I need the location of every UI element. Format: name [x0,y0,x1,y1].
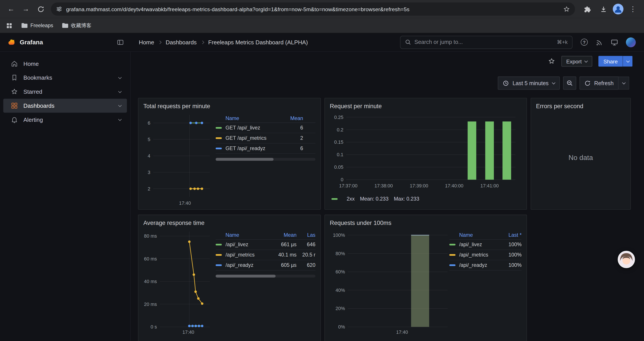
news-rss-icon[interactable] [596,38,603,46]
chevron-down-icon[interactable] [118,89,122,93]
legend-header-name[interactable]: Name [226,232,270,238]
share-menu-button[interactable] [623,56,632,67]
extensions-button[interactable] [580,2,594,16]
series-name[interactable]: /api/_readyz [226,262,270,268]
time-range-label: Last 5 minutes [512,80,549,86]
chevron-down-icon[interactable] [118,117,122,121]
legend-header-name[interactable]: Name [226,115,287,121]
series-swatch[interactable] [449,264,456,266]
legend-row[interactable]: GET /api/_metrics 2 [216,133,316,144]
forward-button[interactable]: → [19,2,33,16]
series-swatch[interactable] [449,244,456,245]
search-input[interactable] [414,39,554,45]
sidebar-item-alerting[interactable]: Alerting [3,113,127,127]
browser-menu-button[interactable]: ⋮ [626,2,640,16]
panel-title[interactable]: Request per minute [330,101,522,112]
browser-actions: ⋮ [580,2,640,16]
legend-row[interactable]: /api/_livez 661 µs 646 [216,240,316,250]
legend-row[interactable]: /api/_metrics 100% [449,250,522,260]
breadcrumb-dashboards[interactable]: Dashboards [166,39,196,46]
apps-grid-icon[interactable] [6,22,13,29]
download-icon [600,6,607,13]
legend-header-last[interactable]: Las [296,232,316,238]
series-name[interactable]: /api/_metrics [459,252,496,258]
browser-profile-avatar[interactable] [613,4,624,15]
time-range-picker[interactable]: Last 5 minutes [498,77,560,90]
legend-row[interactable]: /api/_readyz 100% [449,260,522,270]
refresh-button[interactable]: Refresh [579,77,618,90]
legend-row[interactable]: GET /api/_readyz 6 [216,144,316,154]
legend-scrollbar[interactable] [216,275,316,278]
bookmark-icon [11,74,18,81]
legend-row[interactable]: GET /api/_livez 6 [216,123,316,133]
scrollbar-thumb[interactable] [216,275,276,278]
legend-scrollbar[interactable] [216,158,316,161]
series-name[interactable]: /api/_readyz [459,262,496,268]
chevron-down-icon[interactable] [118,103,122,107]
bookmark-star-icon[interactable] [563,6,570,13]
panel-title[interactable]: Errors per second [536,101,625,112]
grafana-logo[interactable] [6,38,16,47]
legend-header-mean[interactable]: Mean [270,232,296,238]
sidebar-item-starred[interactable]: Starred [3,85,127,99]
puzzle-icon [584,6,590,13]
grafana-app: Grafana Home Dashboards Freeleaps Metric… [0,33,644,341]
site-settings-icon[interactable] [56,6,62,12]
series-name[interactable]: /api/_metrics [226,252,270,258]
sidebar-item-bookmarks[interactable]: Bookmarks [3,71,127,85]
breadcrumb-home[interactable]: Home [139,39,154,46]
address-bar[interactable]: grafana.mathmast.com/d/deytv4rwavabkb/fr… [51,3,575,16]
share-button[interactable]: Share [599,56,623,67]
legend-header-name[interactable]: Name [459,232,496,238]
chat-widget-avatar[interactable] [618,251,635,268]
legend-row[interactable]: /api/_metrics 40.1 ms 20.5 r [216,250,316,260]
legend-header-last[interactable]: Last * [496,232,522,238]
series-swatch[interactable] [216,137,222,139]
chevron-down-icon[interactable] [118,75,122,79]
scrollbar-thumb[interactable] [216,158,274,161]
search-bar[interactable]: ⌘+k [400,36,572,49]
downloads-button[interactable] [596,2,610,16]
panel-title[interactable]: Requests under 100ms [330,217,522,228]
user-avatar[interactable] [626,37,636,47]
series-name[interactable]: /api/_livez [459,242,496,247]
url-text[interactable]: grafana.mathmast.com/d/deytv4rwavabkb/fr… [66,6,560,12]
series-swatch[interactable] [216,127,222,129]
bookmark-folder-blogs[interactable]: 收藏博客 [62,22,92,29]
legend-row[interactable]: /api/_livez 100% [449,240,522,250]
avg-response-chart: 0 s20 ms40 ms60 ms80 ms17:40 [143,228,213,336]
series-swatch[interactable] [216,244,222,245]
svg-text:60%: 60% [336,269,345,274]
favorite-star-button[interactable] [548,58,555,65]
sidebar-item-label: Starred [24,88,42,95]
panel-title[interactable]: Total requests per minute [143,101,316,112]
breadcrumb-current: Freeleaps Metrics Dashboard (ALPHA) [208,39,308,46]
series-name[interactable]: GET /api/_metrics [226,135,287,141]
series-swatch[interactable] [332,198,338,200]
series-swatch[interactable] [216,254,222,256]
refresh-interval-button[interactable] [618,77,629,90]
legend-row[interactable]: /api/_readyz 605 µs 620 [216,260,316,270]
series-name[interactable]: GET /api/_livez [226,125,287,131]
legend-header: Name Mean Las [216,231,316,240]
sidebar-item-home[interactable]: Home [3,57,127,71]
panel-title[interactable]: Average response time [143,217,316,228]
series-swatch[interactable] [216,264,222,266]
series-name[interactable]: 2xx [346,196,354,202]
panel-under-100ms: Requests under 100ms 0%20%40%60%80%100%1… [324,215,527,341]
series-name[interactable]: /api/_livez [226,242,270,247]
svg-text:0.1: 0.1 [337,152,343,157]
back-button[interactable]: ← [4,2,18,16]
series-name[interactable]: GET /api/_readyz [226,146,287,151]
zoom-out-button[interactable] [563,77,576,90]
series-swatch[interactable] [449,254,456,256]
legend-header-mean[interactable]: Mean [287,115,316,121]
monitor-icon[interactable] [611,38,618,46]
sidebar-toggle-button[interactable] [116,38,124,46]
export-button[interactable]: Export [561,56,592,67]
bookmark-folder-freeleaps[interactable]: Freeleaps [21,22,53,29]
help-button[interactable]: ? [581,39,588,46]
sidebar-item-dashboards[interactable]: Dashboards [3,99,127,113]
series-swatch[interactable] [216,148,222,149]
reload-button[interactable] [34,2,48,16]
